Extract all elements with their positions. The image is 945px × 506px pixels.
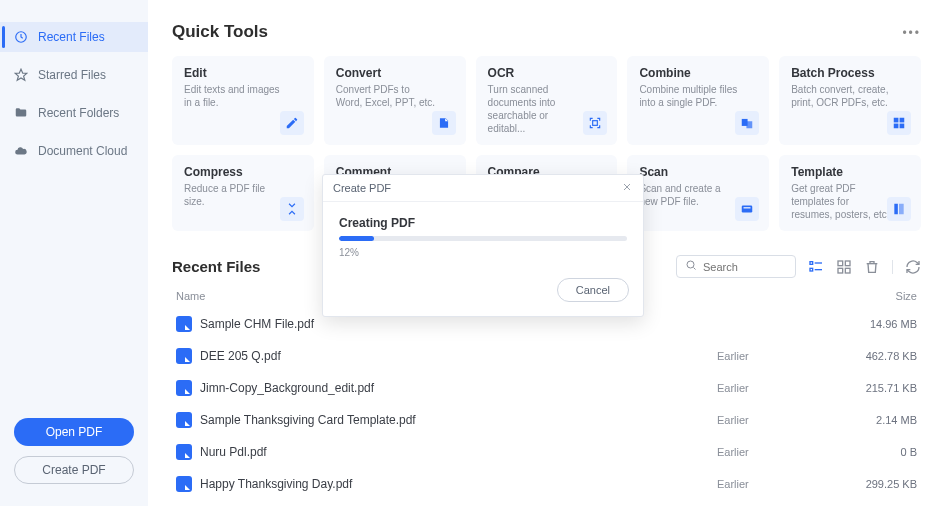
edit-icon xyxy=(280,111,304,135)
file-row[interactable]: Nuru Pdl.pdfEarlier0 B xyxy=(172,436,921,468)
pdf-file-icon xyxy=(176,380,192,396)
file-size: 462.78 KB xyxy=(837,350,917,362)
pdf-file-icon xyxy=(176,444,192,460)
clock-icon xyxy=(14,30,28,44)
tool-card-convert[interactable]: ConvertConvert PDFs to Word, Excel, PPT,… xyxy=(324,56,466,145)
file-time: Earlier xyxy=(717,414,837,426)
progress-bar xyxy=(339,236,627,241)
file-time: Earlier xyxy=(717,350,837,362)
delete-icon[interactable] xyxy=(864,259,880,275)
recent-files-heading: Recent Files xyxy=(172,258,260,275)
tool-card-title: Batch Process xyxy=(791,66,909,80)
file-name: Sample Thanksgiving Card Template.pdf xyxy=(200,413,717,427)
progress-percent: 12% xyxy=(339,247,627,258)
sidebar-item-starred-files[interactable]: Starred Files xyxy=(0,60,148,90)
search-input[interactable] xyxy=(703,261,787,273)
template-icon xyxy=(887,197,911,221)
file-size: 0 B xyxy=(837,446,917,458)
tool-card-title: OCR xyxy=(488,66,606,80)
progress-fill xyxy=(339,236,374,241)
combine-icon xyxy=(735,111,759,135)
cloud-icon xyxy=(14,144,28,158)
svg-rect-11 xyxy=(742,206,753,213)
column-size: Size xyxy=(837,290,917,302)
dialog-title-text: Create PDF xyxy=(333,182,391,194)
tool-card-desc: Scan and create a new PDF file. xyxy=(639,182,739,208)
file-size: 14.96 MB xyxy=(837,318,917,330)
tool-card-combine[interactable]: CombineCombine multiple files into a sin… xyxy=(627,56,769,145)
svg-rect-20 xyxy=(838,261,843,266)
more-icon[interactable]: ••• xyxy=(902,26,921,40)
list-view-icon[interactable] xyxy=(808,259,824,275)
sidebar-item-recent-folders[interactable]: Recent Folders xyxy=(0,98,148,128)
create-pdf-dialog: Create PDF Creating PDF 12% Cancel xyxy=(322,174,644,317)
tool-card-title: Compress xyxy=(184,165,302,179)
tool-card-title: Convert xyxy=(336,66,454,80)
file-row[interactable]: DEE 205 Q.pdfEarlier462.78 KB xyxy=(172,340,921,372)
tool-card-desc: Batch convert, create, print, OCR PDFs, … xyxy=(791,83,891,109)
svg-rect-22 xyxy=(838,268,843,273)
tool-card-title: Combine xyxy=(639,66,757,80)
tool-card-batch-process[interactable]: Batch ProcessBatch convert, create, prin… xyxy=(779,56,921,145)
dialog-body: Creating PDF 12% xyxy=(323,202,643,270)
file-row[interactable]: Sample Thanksgiving Card Template.pdfEar… xyxy=(172,404,921,436)
file-name: Happy Thanksgiving Day.pdf xyxy=(200,477,717,491)
svg-rect-23 xyxy=(845,268,850,273)
batch-icon xyxy=(887,111,911,135)
file-name: Jimn-Copy_Background_edit.pdf xyxy=(200,381,717,395)
dialog-titlebar: Create PDF xyxy=(323,175,643,202)
file-time: Earlier xyxy=(717,382,837,394)
svg-rect-17 xyxy=(810,268,813,271)
sidebar-item-label: Document Cloud xyxy=(38,144,127,158)
star-icon xyxy=(14,68,28,82)
svg-rect-4 xyxy=(747,121,753,128)
tool-card-template[interactable]: TemplateGet great PDF templates for resu… xyxy=(779,155,921,231)
svg-rect-14 xyxy=(899,204,904,215)
tool-card-title: Edit xyxy=(184,66,302,80)
create-pdf-button[interactable]: Create PDF xyxy=(14,456,134,484)
sidebar-item-label: Starred Files xyxy=(38,68,106,82)
tool-card-desc: Edit texts and images in a file. xyxy=(184,83,284,109)
tool-card-desc: Combine multiple files into a single PDF… xyxy=(639,83,739,109)
compress-icon xyxy=(280,197,304,221)
tool-card-desc: Convert PDFs to Word, Excel, PPT, etc. xyxy=(336,83,436,109)
tool-card-desc: Get great PDF templates for resumes, pos… xyxy=(791,182,891,221)
grid-view-icon[interactable] xyxy=(836,259,852,275)
sidebar-item-label: Recent Files xyxy=(38,30,105,44)
tool-card-desc: Turn scanned documents into searchable o… xyxy=(488,83,588,135)
divider xyxy=(892,260,893,274)
tool-card-edit[interactable]: EditEdit texts and images in a file. xyxy=(172,56,314,145)
close-icon[interactable] xyxy=(621,181,633,195)
refresh-icon[interactable] xyxy=(905,259,921,275)
file-row[interactable]: Jimn-Copy_Background_edit.pdfEarlier215.… xyxy=(172,372,921,404)
svg-rect-6 xyxy=(900,118,905,123)
file-list: Sample CHM File.pdf14.96 MBDEE 205 Q.pdf… xyxy=(172,308,921,506)
file-time: Earlier xyxy=(717,446,837,458)
pdf-file-icon xyxy=(176,348,192,364)
svg-rect-8 xyxy=(900,124,905,129)
tool-card-scan[interactable]: ScanScan and create a new PDF file. xyxy=(627,155,769,231)
search-icon xyxy=(685,259,697,274)
sidebar-item-label: Recent Folders xyxy=(38,106,119,120)
svg-rect-2 xyxy=(593,121,598,126)
tool-card-compress[interactable]: CompressReduce a PDF file size. xyxy=(172,155,314,231)
pdf-file-icon xyxy=(176,476,192,492)
open-pdf-button[interactable]: Open PDF xyxy=(14,418,134,446)
cancel-button[interactable]: Cancel xyxy=(557,278,629,302)
search-box[interactable] xyxy=(676,255,796,278)
file-time: Earlier xyxy=(717,478,837,490)
svg-rect-16 xyxy=(810,261,813,264)
pdf-file-icon xyxy=(176,316,192,332)
sidebar-item-document-cloud[interactable]: Document Cloud xyxy=(0,136,148,166)
pdf-file-icon xyxy=(176,412,192,428)
file-row[interactable]: Sample PDF Form.pdfEarlier221.59 KB xyxy=(172,500,921,506)
svg-rect-5 xyxy=(894,118,899,123)
sidebar-item-recent-files[interactable]: Recent Files xyxy=(0,22,148,52)
file-row[interactable]: Happy Thanksgiving Day.pdfEarlier299.25 … xyxy=(172,468,921,500)
convert-icon xyxy=(432,111,456,135)
file-name: Sample CHM File.pdf xyxy=(200,317,717,331)
svg-rect-13 xyxy=(894,204,898,215)
svg-rect-21 xyxy=(845,261,850,266)
tool-card-ocr[interactable]: OCRTurn scanned documents into searchabl… xyxy=(476,56,618,145)
dialog-progress-label: Creating PDF xyxy=(339,216,627,230)
